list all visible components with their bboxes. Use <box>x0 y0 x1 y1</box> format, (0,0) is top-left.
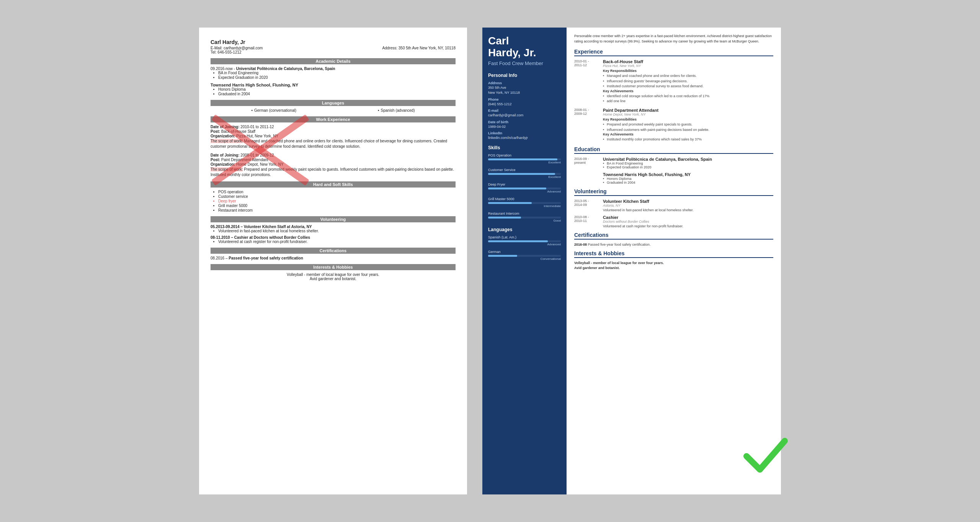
edu-bullet-1-0: BA in Food Engineering <box>218 71 456 75</box>
dob-label: Date of birth <box>488 120 561 124</box>
sidebar-name: Carl Hardy, Jr. <box>488 35 561 59</box>
edu-bullet-2-0: Honors Diploma <box>218 87 456 91</box>
skill-1: Customer service <box>218 194 456 199</box>
interests-divider: Interests & Hobbies <box>211 264 456 270</box>
edu-school-1: Universitat Politècnica de Catalunya, Ba… <box>236 67 335 71</box>
work-entry-0: Date of Joining: 2010-01 to 2011-12 Post… <box>211 125 456 149</box>
sidebar-title: Fast Food Crew Member <box>488 60 561 67</box>
skill-item-4: Restaurant Intercom Good <box>488 212 561 222</box>
left-contact: E-Mail: carlhardyjr@gmail.com Address: 3… <box>211 46 456 50</box>
edu-date-1: 09.2016-now - Universitat Politècnica de… <box>211 67 456 71</box>
hobby-0: Volleyball - member of local league for … <box>574 261 773 265</box>
edu-entry-2: Townsend Harris High School, Flushing, N… <box>211 83 456 96</box>
linkedin-label: LinkedIn <box>488 131 561 135</box>
skills-title-r: Skills <box>488 145 561 150</box>
skill-0: POS operation <box>218 190 456 194</box>
edu-right-1: Townsend Harris High School, Flushing, N… <box>574 172 773 184</box>
vol-section-title: Volunteering <box>574 188 773 196</box>
phone-label: Phone <box>488 98 561 101</box>
skill-item-0: POS Operation Excellent <box>488 153 561 164</box>
work-entry-1: Date of Joining: 2008-01 to 2009-12 Post… <box>211 153 456 178</box>
left-address: 350 5th Ave New York, NY, 10118 <box>399 46 456 50</box>
cert-0: 08.2016 – Passed five-year food safety c… <box>211 256 456 260</box>
address-label: Address: <box>382 46 397 50</box>
vol-entry-0: 05.2013-09.2014 – Volunteer Kitchen Staf… <box>211 225 456 233</box>
exp-1-dates: 2008-01 -2009-12 <box>574 108 599 142</box>
right-resume: Carl Hardy, Jr. Fast Food Crew Member Pe… <box>482 28 781 494</box>
skill-4: Restaurant intercom <box>218 208 456 212</box>
edu-bullet-2-1: Graduated in 2004 <box>218 92 456 96</box>
email-label-r: E-mail <box>488 109 561 113</box>
lang-row: • German (conversational) • Spanish (adv… <box>211 108 456 113</box>
exp-0-dates: 2010-01 -2011-12 <box>574 59 599 104</box>
languages-divider: Languages <box>211 100 456 106</box>
edu-right-0: 2016-09 -present Universitat Politècnica… <box>574 157 773 169</box>
languages-title-r: Languages <box>488 227 561 232</box>
academic-divider: Academic Details <box>211 58 456 64</box>
work-divider: Work Experience <box>211 116 456 122</box>
skills-list: POS operation Customer service Deep frye… <box>211 190 456 212</box>
right-main: Personable crew member with 2+ years exp… <box>567 28 781 494</box>
left-resume: Carl Hardy, Jr E-Mail: carlhardyjr@gmail… <box>199 28 467 494</box>
skill-item-2: Deep Fryer Advanced <box>488 183 561 193</box>
cert-section-title: Certifications <box>574 232 773 240</box>
cert-divider: Certifications <box>211 248 456 254</box>
linkedin-value: linkedin.com/in/carlhardyjr <box>488 135 561 140</box>
skills-divider: Hard and Soft Skills <box>211 181 456 188</box>
dob-value: 1989-04-02 <box>488 124 561 129</box>
left-email: carlhardyjr@gmail.com <box>224 46 263 50</box>
edu-section-title: Education <box>574 146 773 154</box>
exp-section-title: Experience <box>574 49 773 56</box>
right-sidebar: Carl Hardy, Jr. Fast Food Crew Member Pe… <box>482 28 567 494</box>
green-check-icon <box>743 433 789 479</box>
exp-1: 2008-01 -2009-12 Paint Department Attend… <box>574 108 773 142</box>
edu-entry-1: 09.2016-now - Universitat Politècnica de… <box>211 67 456 80</box>
lang-0: German (conversational) <box>254 108 296 113</box>
address-value: 350 5th AveNew York, NY 10118 <box>488 85 561 95</box>
skill-item-3: Grill Master 5000 Intermediate <box>488 197 561 208</box>
lang-1: Spanish (advanced) <box>381 108 415 113</box>
lang-item-1: German Conversational <box>488 250 561 261</box>
lang-item-0: Spanish (Lat. Am.) Advanced <box>488 235 561 246</box>
vol-right-0: 2013-05 -2014-09 Volunteer Kitchen Staff… <box>574 199 773 212</box>
skill-3: Grill master 5000 <box>218 204 456 208</box>
email-label: E-Mail: <box>211 46 222 50</box>
left-tel-line: Tel: 646-555-1212 <box>211 50 456 54</box>
summary: Personable crew member with 2+ years exp… <box>574 34 773 44</box>
interests-section-title: Interests & Hobbies <box>574 250 773 258</box>
skill-2: Deep fryer <box>218 199 456 203</box>
edu-school-2: Townsend Harris High School, Flushing, N… <box>211 83 456 87</box>
edu-bullet-1-1: Expected Graduation in 2020 <box>218 75 456 80</box>
interests-text: Volleyball - member of local league for … <box>211 272 456 281</box>
left-address-line: Address: 350 5th Ave New York, NY, 10118 <box>382 46 456 50</box>
personal-info-title: Personal Info <box>488 73 561 78</box>
email-value-r: carlhardyjr@gmail.com <box>488 113 561 118</box>
phone-value: (646) 555-1212 <box>488 102 561 107</box>
vol-right-1: 2010-08 -2010-11 Cashier Doctors without… <box>574 215 773 228</box>
left-email-line: E-Mail: carlhardyjr@gmail.com <box>211 46 263 50</box>
vol-divider: Volunteering <box>211 216 456 222</box>
exp-0: 2010-01 -2011-12 Back-of-House Staff Piz… <box>574 59 773 104</box>
hobby-1: Avid gardener and botanist. <box>574 266 773 270</box>
vol-entry-1: 08-11.2010 – Cashier at Doctors without … <box>211 235 456 244</box>
left-name: Carl Hardy, Jr <box>211 39 456 45</box>
cert-right-0: 2016-08 Passed five-year food safety cer… <box>574 243 773 246</box>
skill-item-1: Customer Service Excellent <box>488 168 561 179</box>
address-label: Address <box>488 81 561 85</box>
